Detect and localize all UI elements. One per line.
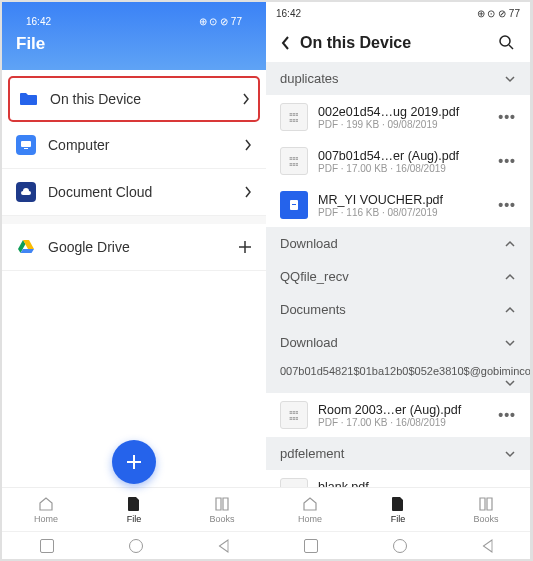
cloud-icon (16, 182, 36, 202)
list-item-document-cloud[interactable]: Document Cloud (2, 169, 266, 216)
file-meta: PDF · 116 KB · 08/07/2019 (318, 207, 488, 218)
chevron-down-icon (504, 339, 516, 347)
list-item-label: Document Cloud (48, 184, 232, 200)
chevron-right-icon (244, 139, 252, 151)
tab-home[interactable]: Home (266, 488, 354, 531)
more-icon[interactable]: ••• (498, 407, 516, 423)
content: On this Device Computer Document Cloud G… (2, 70, 266, 487)
nav-recent-icon[interactable] (304, 539, 318, 553)
right-screen: 16:42 ⊕ ⊙ ⊘ 77 On this Device duplicates… (266, 2, 530, 559)
more-icon[interactable]: ••• (498, 109, 516, 125)
section-download[interactable]: Download (266, 227, 530, 260)
content: duplicates ≡≡≡≡≡≡002e01d54…ug 2019.pdfPD… (266, 62, 530, 487)
left-screen: 16:42 ⊕ ⊙ ⊘ 77 File On this Device Compu… (2, 2, 266, 559)
list-item-label: Google Drive (48, 239, 226, 255)
file-row[interactable]: ≡≡≡≡≡≡Room 2003…er (Aug).pdfPDF · 17.00 … (266, 393, 530, 437)
file-row[interactable]: ≡≡≡≡≡≡007b01d54…er (Aug).pdfPDF · 17.00 … (266, 139, 530, 183)
divider (2, 216, 266, 224)
header: 16:42 ⊕ ⊙ ⊘ 77 File (2, 2, 266, 70)
pdf-icon (280, 191, 308, 219)
tab-books[interactable]: Books (178, 488, 266, 531)
tab-file[interactable]: File (90, 488, 178, 531)
list-item-label: On this Device (50, 91, 230, 107)
status-icons: ⊕ ⊙ ⊘ 77 (477, 8, 520, 19)
nav-back-icon[interactable] (482, 539, 492, 553)
back-icon[interactable] (280, 35, 290, 51)
file-name: Room 2003…er (Aug).pdf (318, 403, 488, 417)
page-title: File (16, 34, 252, 54)
file-row[interactable]: ≡≡≡≡≡≡002e01d54…ug 2019.pdfPDF · 199 KB … (266, 95, 530, 139)
section-qqfile[interactable]: QQfile_recv (266, 260, 530, 293)
nav-back-icon[interactable] (218, 539, 228, 553)
list-item-on-this-device[interactable]: On this Device (8, 76, 260, 122)
chevron-down-icon (504, 450, 516, 458)
file-row[interactable]: blank.pdfPDF · 4.91 KB · 11/07/2023••• (266, 470, 530, 487)
chevron-right-icon (244, 186, 252, 198)
chevron-up-icon (504, 240, 516, 248)
pdf-thumb-icon: ≡≡≡≡≡≡ (280, 103, 308, 131)
status-bar: 16:42 ⊕ ⊙ ⊘ 77 (16, 10, 252, 32)
status-icons: ⊕ ⊙ ⊘ 77 (199, 16, 242, 27)
list-item-computer[interactable]: Computer (2, 122, 266, 169)
file-row[interactable]: MR_YI VOUCHER.pdfPDF · 116 KB · 08/07/20… (266, 183, 530, 227)
section-download2[interactable]: Download (266, 326, 530, 359)
more-icon[interactable]: ••• (498, 197, 516, 213)
file-name: MR_YI VOUCHER.pdf (318, 193, 488, 207)
file-meta: PDF · 17.00 KB · 16/08/2019 (318, 417, 488, 428)
status-time: 16:42 (276, 8, 301, 19)
chevron-up-icon (504, 306, 516, 314)
plus-icon (238, 240, 252, 254)
chevron-up-icon (504, 273, 516, 281)
header: On this Device (266, 24, 530, 62)
bottom-tabs: Home File Books (266, 487, 530, 531)
svg-rect-4 (292, 204, 296, 205)
tab-books[interactable]: Books (442, 488, 530, 531)
section-documents[interactable]: Documents (266, 293, 530, 326)
svg-rect-0 (21, 141, 31, 147)
nav-bar (2, 531, 266, 559)
section-duplicates[interactable]: duplicates (266, 62, 530, 95)
nav-home-icon[interactable] (129, 539, 143, 553)
google-drive-icon (16, 237, 36, 257)
section-pdfelement[interactable]: pdfelement (266, 437, 530, 470)
file-name: 002e01d54…ug 2019.pdf (318, 105, 488, 119)
pdf-thumb-icon: ≡≡≡≡≡≡ (280, 147, 308, 175)
pdf-thumb-icon: ≡≡≡≡≡≡ (280, 401, 308, 429)
file-name: 007b01d54…er (Aug).pdf (318, 149, 488, 163)
svg-rect-1 (24, 148, 28, 149)
nav-bar (266, 531, 530, 559)
chevron-down-icon (504, 75, 516, 83)
fab-add-button[interactable] (112, 440, 156, 484)
nav-home-icon[interactable] (393, 539, 407, 553)
pdf-thumb-icon (280, 478, 308, 487)
bottom-tabs: Home File Books (2, 487, 266, 531)
file-name: blank.pdf (318, 480, 488, 488)
more-icon[interactable]: ••• (498, 153, 516, 169)
file-meta: PDF · 199 KB · 09/08/2019 (318, 119, 488, 130)
status-bar: 16:42 ⊕ ⊙ ⊘ 77 (266, 2, 530, 24)
list-item-label: Computer (48, 137, 232, 153)
chevron-down-icon (504, 379, 516, 387)
status-time: 16:42 (26, 16, 51, 27)
folder-icon (18, 89, 38, 109)
computer-icon (16, 135, 36, 155)
list-item-google-drive[interactable]: Google Drive (2, 224, 266, 271)
path-row: 007b01d54821$01ba12b0$052e3810$@gobiminc… (266, 359, 530, 393)
chevron-right-icon (242, 93, 250, 105)
page-title: On this Device (300, 34, 488, 52)
nav-recent-icon[interactable] (40, 539, 54, 553)
tab-home[interactable]: Home (2, 488, 90, 531)
search-icon[interactable] (498, 34, 516, 52)
svg-point-2 (500, 36, 510, 46)
tab-file[interactable]: File (354, 488, 442, 531)
file-meta: PDF · 17.00 KB · 16/08/2019 (318, 163, 488, 174)
